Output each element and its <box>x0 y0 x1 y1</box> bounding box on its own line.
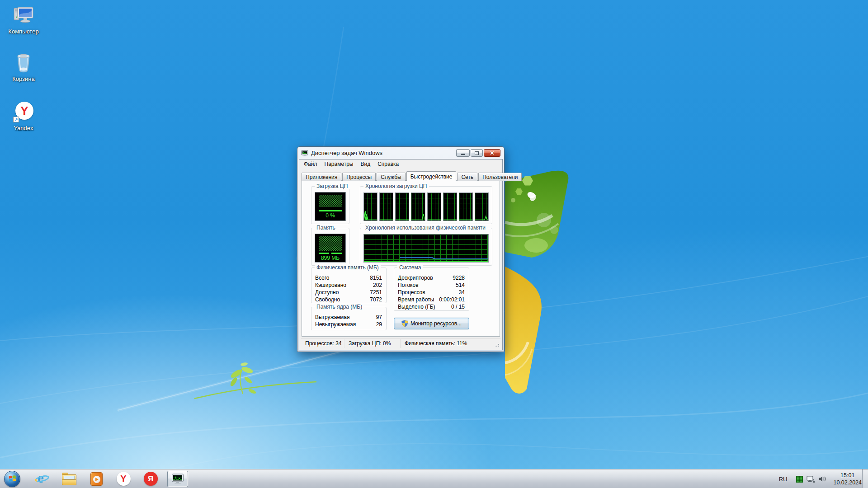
media-player-icon <box>90 472 103 486</box>
taskbar-items: e Y Я <box>28 469 191 488</box>
tab-strip: Приложения Процессы Службы Быстродействи… <box>302 171 523 181</box>
menu-view[interactable]: Вид <box>357 160 374 168</box>
stat-value: 29 <box>376 321 382 328</box>
titlebar[interactable]: Диспетчер задач Windows ✕ <box>297 147 504 159</box>
stat-value: 514 <box>456 282 465 289</box>
group-title: Память ядра (МБ) <box>315 304 364 310</box>
task-manager-window-icon <box>301 150 308 157</box>
status-memory: Физическая память: 11% <box>401 339 500 348</box>
yandex-icon: Y ↗ <box>12 100 35 124</box>
physical-memory-group: Физическая память (МБ) Всего8151 Кэширов… <box>311 267 387 303</box>
group-title: Загрузка ЦП <box>315 183 349 189</box>
meter-scale <box>319 236 342 251</box>
taskbar-item-yandex-app[interactable]: Я <box>137 470 164 488</box>
cpu-usage-value: 0 % <box>326 212 335 219</box>
meter-bar <box>319 253 342 254</box>
desktop-icon-label: Компьютер <box>3 28 44 35</box>
stat-row: Кэшировано202 <box>315 282 382 289</box>
stat-value: 202 <box>373 282 382 289</box>
maximize-button[interactable] <box>471 149 483 157</box>
memory-history-graph <box>363 234 489 263</box>
network-icon[interactable] <box>807 475 815 483</box>
show-desktop-button[interactable] <box>862 469 868 488</box>
menu-file[interactable]: Файл <box>300 160 321 168</box>
taskbar-item-task-manager[interactable] <box>167 471 188 487</box>
menu-help[interactable]: Справка <box>374 160 402 168</box>
windows-logo-icon <box>8 474 17 483</box>
stat-row: Дескрипторов9228 <box>398 274 465 282</box>
task-manager-icon <box>171 473 184 485</box>
stat-row: Всего8151 <box>315 274 382 282</box>
cpu-usage-meter: 0 % <box>315 192 346 221</box>
language-indicator[interactable]: RU <box>776 476 790 483</box>
close-icon: ✕ <box>490 150 494 156</box>
cpu-core-graphs <box>363 192 489 221</box>
clock[interactable]: 15:01 10.02.2024 <box>833 472 862 487</box>
taskbar-item-windows-explorer[interactable] <box>56 470 83 488</box>
cpu-core-history-graph <box>443 192 457 221</box>
stat-label: Свободно <box>315 296 340 303</box>
close-button[interactable]: ✕ <box>484 149 500 157</box>
start-button[interactable] <box>4 471 20 487</box>
status-processes: Процессов: 34 <box>301 339 344 348</box>
desktop-icon-yandex[interactable]: Y ↗ Yandex <box>3 100 44 131</box>
stat-value: 34 <box>459 289 465 296</box>
butterfly <box>527 191 538 202</box>
stat-value: 97 <box>376 314 382 321</box>
computer-icon <box>12 4 35 27</box>
cpu-core-history-graph <box>411 192 425 221</box>
meter-scale <box>319 195 342 207</box>
desktop-icon-computer[interactable]: Компьютер <box>3 4 44 35</box>
stat-label: Потоков <box>398 282 419 289</box>
tab-applications[interactable]: Приложения <box>302 173 341 181</box>
cpu-history-group: Хронология загрузки ЦП <box>360 186 492 224</box>
group-title: Система <box>397 264 423 271</box>
yandex-app-icon: Я <box>144 472 158 486</box>
stat-label: Выгружаемая <box>315 314 349 321</box>
status-cpu: Загрузка ЦП: 0% <box>344 339 401 348</box>
desktop-icon-list: Компьютер Корзина Y ↗ <box>3 4 44 139</box>
maximize-icon <box>475 151 479 155</box>
group-title: Хронология загрузки ЦП <box>363 183 429 189</box>
memory-history-group: Хронология использования физической памя… <box>360 228 492 266</box>
desktop-icon-label: Корзина <box>3 75 44 82</box>
memory-meter: 899 МБ <box>315 234 346 263</box>
group-title: Хронология использования физической памя… <box>363 225 487 231</box>
desktop-icon-recycle-bin[interactable]: Корзина <box>3 51 44 82</box>
window-title: Диспетчер задач Windows <box>311 150 382 156</box>
resource-monitor-label: Монитор ресурсов... <box>410 320 462 327</box>
stat-row: Выделено (ГБ)0 / 15 <box>398 303 465 310</box>
stat-label: Время работы <box>398 296 434 303</box>
tab-users[interactable]: Пользователи <box>478 173 522 181</box>
meter-bar <box>319 210 342 211</box>
resource-monitor-button[interactable]: Монитор ресурсов... <box>394 318 469 329</box>
shortcut-arrow-icon: ↗ <box>13 117 19 122</box>
stat-value: 7072 <box>370 296 382 303</box>
stat-value: 0:00:02:01 <box>439 296 465 303</box>
taskbar-item-media-player[interactable] <box>83 470 110 488</box>
cpu-core-history-graph <box>475 192 489 221</box>
tab-processes[interactable]: Процессы <box>342 173 376 181</box>
menu-options[interactable]: Параметры <box>321 160 357 168</box>
tab-performance[interactable]: Быстродействие <box>406 171 457 181</box>
taskbar-item-internet-explorer[interactable]: e <box>28 470 56 488</box>
sprout <box>194 362 316 399</box>
tab-services[interactable]: Службы <box>377 173 405 181</box>
stat-label: Доступно <box>315 289 339 296</box>
memory-group: Память 899 МБ <box>311 228 349 266</box>
taskbar-item-yandex-browser[interactable]: Y <box>110 470 137 488</box>
system-group: Система Дескрипторов9228 Потоков514 Проц… <box>394 267 469 311</box>
folder-icon <box>62 474 76 485</box>
status-bar: Процессов: 34 Загрузка ЦП: 0% Физическая… <box>301 338 500 348</box>
performance-tab-page: Загрузка ЦП 0 % Хронология загрузки ЦП <box>302 180 500 337</box>
cpu-meter-tray-icon[interactable] <box>796 476 803 483</box>
stat-value: 0 / 15 <box>451 303 465 310</box>
stat-label: Дескрипторов <box>398 274 433 282</box>
tab-network[interactable]: Сеть <box>457 173 477 181</box>
window-client-area: Файл Параметры Вид Справка Приложения Пр… <box>299 159 503 350</box>
stat-label: Всего <box>315 274 329 282</box>
minimize-button[interactable] <box>456 149 470 157</box>
minimize-icon <box>461 154 465 155</box>
speaker-icon[interactable] <box>819 475 827 483</box>
recycle-bin-icon <box>12 51 35 75</box>
